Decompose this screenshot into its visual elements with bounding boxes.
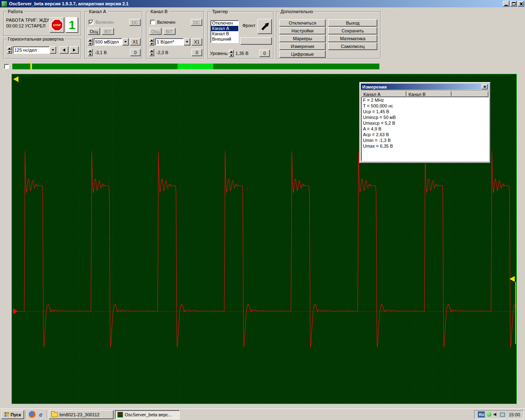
maximize-button[interactable] [510, 1, 517, 7]
channel-b-osc-button[interactable]: Осц [149, 28, 162, 35]
browser-icon[interactable] [29, 411, 36, 418]
extras-button[interactable]: Сохранить [328, 27, 377, 34]
marker-top-left-icon[interactable] [13, 76, 18, 82]
channel-a-scale-combo[interactable]: 500 мВ/дел [94, 38, 129, 46]
up-arrow-icon [89, 50, 91, 52]
spin-up-button[interactable] [149, 49, 154, 52]
timebase-combo[interactable]: 125 нс/дел [13, 46, 56, 54]
down-arrow-icon [89, 54, 91, 55]
extras-button[interactable]: Математика [328, 35, 377, 42]
channel-b-mult-button[interactable]: X1 [192, 38, 202, 46]
sweep-right-button[interactable] [70, 46, 79, 54]
channel-b-enabled-label: Включен [157, 20, 176, 25]
spin-down-button[interactable] [149, 42, 154, 46]
trigger-front-button[interactable] [258, 19, 272, 34]
spin-down-button[interactable] [149, 52, 154, 56]
dropdown-button[interactable] [50, 46, 56, 54]
channel-a-dc-button[interactable]: DC [129, 19, 141, 26]
close-button[interactable] [518, 1, 524, 7]
channel-b-scale-combo[interactable]: 1 В/дел* [155, 38, 190, 46]
channel-a-zero-button[interactable]: 0 [130, 49, 141, 56]
start-button[interactable]: Пуск [1, 410, 24, 419]
group-trigger: Триггер ОтключенКанал AКанал BВнешний Фр… [208, 11, 274, 59]
channel-a-bit-button[interactable]: BIT [102, 28, 114, 35]
volume-icon[interactable] [493, 412, 498, 417]
group-work: Работа РАБОТА ТРИГ: ЖДУ 00:00:12 УСТАРЕЛ… [3, 11, 81, 36]
measurement-row: Umaxср = 5,2 В [361, 120, 488, 126]
trigger-source-option[interactable]: Канал A [211, 26, 238, 31]
ie-icon[interactable] [37, 411, 44, 418]
extras-button[interactable]: Отключиться [279, 19, 326, 27]
measurement-row: F = 2 MHz [361, 97, 488, 103]
measurement-row: Uср = 1,45 В [361, 109, 488, 114]
front-edge-arrow-icon [260, 22, 270, 32]
measurements-body: Канал A Канал B F = 2 MHzT = 500,000 нсU… [361, 91, 489, 161]
channel-a-zero-marker-icon[interactable] [13, 308, 18, 314]
trigger-source-option[interactable]: Внешний [211, 37, 238, 42]
dropdown-button[interactable] [184, 38, 190, 46]
sweep-left-button[interactable] [59, 46, 68, 54]
taskbar-task-oscserver[interactable]: OscServer_beta верс... [115, 410, 180, 419]
extras-button[interactable]: Цифровые [279, 50, 326, 58]
column-header-channel-a[interactable]: Канал A [361, 91, 406, 97]
measurements-window[interactable]: Измерения Канал A Канал B F = 2 MHzT = 5… [359, 82, 491, 163]
spin-up-button[interactable] [7, 46, 12, 50]
dropdown-button[interactable] [122, 38, 129, 46]
spin-down-button[interactable] [88, 42, 93, 46]
channel-b-scale-value: 1 В/дел* [155, 38, 184, 46]
measurement-row: A = 4,9 В [361, 126, 488, 132]
progress-bar[interactable] [12, 64, 379, 69]
channel-b-bit-button[interactable]: BIT [163, 28, 176, 35]
marker-right-icon[interactable] [509, 276, 515, 282]
channel-b-dc-button[interactable]: DC [191, 19, 202, 26]
down-arrow-icon [89, 43, 91, 45]
trigger-source-list[interactable]: ОтключенКанал AКанал BВнешний [210, 20, 239, 43]
trigger-zero-button[interactable]: 0 [259, 50, 270, 57]
stop-button[interactable]: STOP [50, 17, 64, 33]
channel-a-enabled-checkbox[interactable] [89, 20, 94, 25]
display-icon[interactable] [500, 413, 505, 417]
channel-b-enabled-checkbox[interactable] [150, 20, 155, 25]
extras-button[interactable]: Выход [328, 19, 377, 27]
channel-a-offset-value: -3,1 В [95, 50, 107, 55]
spin-down-button[interactable] [7, 50, 12, 54]
spin-up-button[interactable] [229, 50, 234, 53]
quick-launch [27, 411, 46, 418]
progress-marker[interactable] [30, 62, 32, 70]
spin-up-button[interactable] [88, 49, 93, 52]
progress-checkbox[interactable] [4, 64, 9, 69]
trigger-front-label: Фронт [242, 23, 256, 28]
extras-button[interactable]: Настройки [279, 27, 326, 34]
spin-down-button[interactable] [229, 53, 234, 57]
extras-button[interactable]: Измерения [279, 43, 326, 50]
spin-down-button[interactable] [88, 52, 93, 56]
spin-up-button[interactable] [88, 38, 93, 42]
measurements-titlebar[interactable]: Измерения [361, 84, 489, 90]
measurement-row: Aср = 2,63 В [361, 132, 488, 137]
language-indicator[interactable]: RU [478, 411, 485, 418]
chevron-down-icon [52, 49, 54, 51]
minimize-button[interactable] [503, 1, 509, 7]
taskbar-task-folder[interactable]: bm8021-23_300112 [49, 410, 114, 419]
extras-button[interactable]: Маркеры [279, 35, 326, 42]
trigger-level-spinner [229, 50, 234, 57]
trigger-extra-button[interactable] [240, 37, 272, 45]
tray-icon-green[interactable] [487, 412, 491, 417]
trigger-count-indicator: 1 [66, 17, 78, 33]
trigger-source-option[interactable]: Отключен [211, 21, 238, 26]
channel-a-mult-button[interactable]: X1 [130, 38, 141, 46]
column-header-channel-b[interactable]: Канал B [406, 91, 452, 97]
folder-icon [51, 412, 58, 417]
measurements-close-button[interactable] [482, 84, 488, 89]
channel-a-osc-button[interactable]: Осц [88, 28, 100, 35]
trigger-status-line1: РАБОТА ТРИГ: ЖДУ [6, 18, 49, 23]
channel-b-zero-button[interactable]: 0 [192, 49, 202, 56]
left-arrow-icon [63, 48, 65, 52]
spin-up-button[interactable] [149, 38, 154, 42]
channel-b-offset-spinner [149, 49, 154, 56]
extras-button[interactable]: Самописец [328, 43, 377, 50]
taskbar-separator [25, 411, 26, 419]
system-tray: RU 15:00 [474, 410, 524, 419]
window-buttons [503, 1, 524, 7]
trigger-source-option[interactable]: Канал B [211, 31, 238, 37]
